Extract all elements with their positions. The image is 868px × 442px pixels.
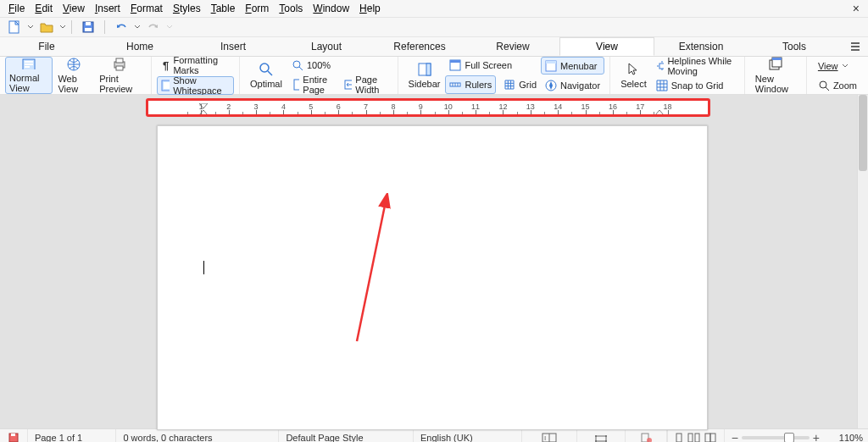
word-count-cell[interactable]: 0 words, 0 characters <box>116 429 279 442</box>
svg-rect-35 <box>772 58 782 60</box>
helplines-button[interactable]: Helplines While Moving <box>652 57 739 75</box>
dropdown-arrow-icon[interactable] <box>59 20 66 34</box>
horizontal-ruler[interactable]: 123456789101112131415161718 <box>146 98 710 117</box>
text-cursor <box>203 261 204 274</box>
menu-format[interactable]: Format <box>125 3 168 14</box>
close-document-icon[interactable]: × <box>848 2 865 15</box>
document-page[interactable] <box>157 125 708 430</box>
single-page-icon[interactable] <box>673 432 685 442</box>
svg-rect-2 <box>86 22 91 25</box>
svg-line-18 <box>299 67 303 70</box>
new-doc-button[interactable] <box>3 18 25 36</box>
dropdown-arrow-icon[interactable] <box>134 20 141 34</box>
page-count-cell[interactable]: Page 1 of 1 <box>28 429 117 442</box>
redo-button[interactable] <box>142 18 164 36</box>
tab-home[interactable]: Home <box>93 37 186 56</box>
cursor-arrow-icon <box>626 62 641 77</box>
tab-layout[interactable]: Layout <box>280 37 373 56</box>
language-cell[interactable]: English (UK) <box>414 429 522 442</box>
svg-rect-7 <box>25 66 30 68</box>
show-whitespace-button[interactable]: Show Whitespace <box>157 76 234 95</box>
right-indent-marker[interactable] <box>655 106 664 114</box>
svg-rect-32 <box>659 64 665 69</box>
signature-cell[interactable] <box>626 429 667 442</box>
open-button[interactable] <box>36 18 58 36</box>
scrollbar-thumb[interactable] <box>859 95 867 171</box>
menu-help[interactable]: Help <box>354 3 386 14</box>
snap-to-grid-button[interactable]: Snap to Grid <box>652 77 739 94</box>
menu-tools[interactable]: Tools <box>274 3 308 14</box>
zoom-percent-cell[interactable]: 110% <box>826 429 868 442</box>
sidebar-button[interactable]: Sidebar <box>403 57 446 94</box>
tab-insert[interactable]: Insert <box>186 37 280 56</box>
tab-tools[interactable]: Tools <box>748 37 841 56</box>
svg-rect-11 <box>116 66 123 70</box>
workspace: 123456789101112131415161718 <box>0 95 868 428</box>
menu-table[interactable]: Table <box>206 3 241 14</box>
full-screen-button[interactable]: Full Screen <box>445 57 541 74</box>
svg-rect-19 <box>294 80 299 90</box>
svg-rect-10 <box>116 58 123 63</box>
menu-view[interactable]: View <box>58 3 90 14</box>
ribbon-overflow-menu[interactable] <box>843 37 868 56</box>
navigator-button[interactable]: Navigator <box>541 76 604 94</box>
zoom-out-button[interactable]: − <box>732 431 738 442</box>
zoom-slider[interactable] <box>742 436 810 439</box>
save-button[interactable] <box>77 18 99 36</box>
tab-extension[interactable]: Extension <box>654 37 748 56</box>
formatting-marks-button[interactable]: ¶ Formatting Marks <box>157 56 234 75</box>
normal-view-button[interactable]: Normal View <box>5 57 53 94</box>
tab-references[interactable]: References <box>373 37 466 56</box>
print-preview-button[interactable]: Print Preview <box>94 57 145 94</box>
save-status-icon[interactable] <box>0 429 28 442</box>
insert-mode-icon: I <box>542 433 557 442</box>
select-button[interactable]: Select <box>615 57 652 94</box>
rulers-button[interactable]: Rulers <box>445 75 496 94</box>
svg-line-16 <box>268 71 272 75</box>
svg-text:I: I <box>544 434 546 442</box>
entire-page-button[interactable]: Entire Page <box>287 75 340 94</box>
tab-review[interactable]: Review <box>466 37 559 56</box>
menu-edit[interactable]: Edit <box>30 3 58 14</box>
zoom-100-button[interactable]: 100% <box>287 57 340 74</box>
menu-window[interactable]: Window <box>308 3 354 14</box>
svg-rect-30 <box>546 61 556 64</box>
zoom-slider-knob[interactable] <box>784 433 794 442</box>
svg-point-15 <box>260 64 269 72</box>
zoom-optimal-button[interactable]: Optimal <box>245 57 287 94</box>
view-menu-dropdown[interactable]: View <box>814 57 861 75</box>
new-window-button[interactable]: New Window <box>750 57 801 94</box>
selection-mode-cell[interactable] <box>577 429 626 442</box>
menu-styles[interactable]: Styles <box>168 3 206 14</box>
dropdown-arrow-icon[interactable] <box>27 20 34 34</box>
svg-point-17 <box>293 61 300 68</box>
grid-button[interactable]: Grid <box>499 75 541 94</box>
web-view-button[interactable]: Web View <box>53 57 94 94</box>
svg-rect-14 <box>164 82 170 89</box>
menu-insert[interactable]: Insert <box>90 3 125 14</box>
svg-rect-6 <box>25 64 33 65</box>
menu-form[interactable]: Form <box>240 3 274 14</box>
tab-view[interactable]: View <box>559 37 654 56</box>
svg-rect-40 <box>11 434 15 436</box>
insert-mode-cell[interactable]: I <box>522 429 577 442</box>
svg-text:¶: ¶ <box>163 59 169 71</box>
multi-page-icon[interactable] <box>687 432 702 442</box>
svg-rect-22 <box>426 64 431 75</box>
zoom-dialog-button[interactable]: Zoom <box>814 76 861 94</box>
book-view-icon[interactable] <box>704 432 719 442</box>
zoom-in-button[interactable]: + <box>813 431 820 442</box>
menu-file[interactable]: File <box>3 3 30 14</box>
view-layout-icons <box>667 429 724 442</box>
svg-rect-3 <box>85 28 92 31</box>
svg-line-37 <box>826 87 829 91</box>
svg-rect-24 <box>450 60 460 63</box>
ribbon-tabs: File Home Insert Layout References Revie… <box>0 37 868 57</box>
undo-button[interactable] <box>110 18 132 36</box>
page-style-cell[interactable]: Default Page Style <box>279 429 414 442</box>
dropdown-arrow-icon[interactable] <box>166 20 173 34</box>
tab-file[interactable]: File <box>0 37 93 56</box>
menubar-button[interactable]: Menubar <box>541 57 604 75</box>
page-width-button[interactable]: Page Width <box>340 75 392 94</box>
vertical-scrollbar[interactable] <box>857 95 868 428</box>
